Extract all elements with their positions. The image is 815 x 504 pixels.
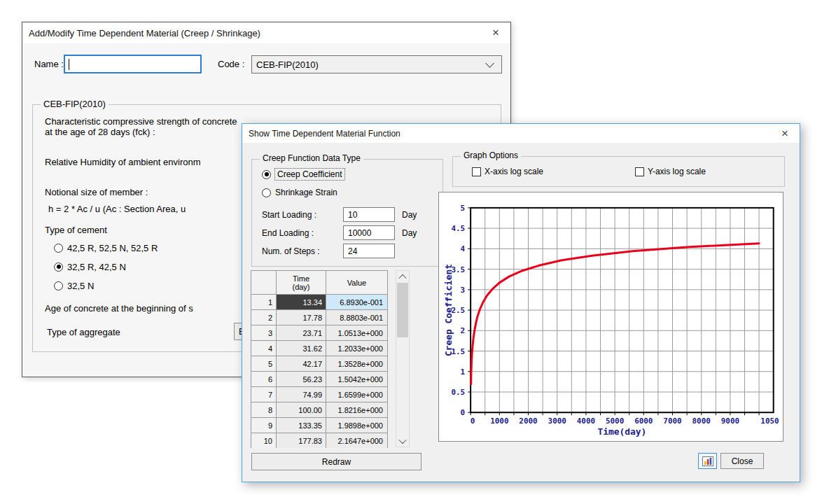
svg-text:5: 5: [461, 204, 466, 213]
creep-type-option[interactable]: Shrinkage Strain: [262, 187, 337, 198]
loading-field-row: Num. of Steps :: [252, 244, 443, 259]
row-index-cell[interactable]: 2: [251, 310, 277, 326]
scroll-up-icon[interactable]: [396, 271, 409, 283]
svg-text:1050: 1050: [760, 416, 779, 426]
field-input[interactable]: [343, 225, 395, 240]
time-cell[interactable]: 100.00: [277, 402, 326, 418]
creep-group-title: Creep Function Data Type: [260, 153, 363, 163]
bg-dialog-titlebar[interactable]: Add/Modify Time Dependent Material (Cree…: [22, 22, 510, 43]
time-cell[interactable]: 177.83: [277, 433, 326, 448]
row-index-cell[interactable]: 3: [251, 326, 277, 341]
value-cell[interactable]: 1.5042e+000: [326, 372, 388, 387]
export-chart-button[interactable]: [698, 453, 717, 469]
scroll-down-icon[interactable]: [396, 435, 409, 447]
notional-formula: h = 2 * Ac / u (Ac : Section Area, u: [48, 204, 186, 214]
chart-panel: 0100020003000400050006000700080009000105…: [438, 192, 783, 442]
time-cell[interactable]: 13.34: [277, 295, 326, 310]
field-unit: Day: [402, 210, 417, 220]
radio-label: 32,5 N: [67, 281, 94, 291]
creep-table: Time (day) Value 113.346.8930e-001217.78…: [251, 270, 410, 448]
creep-type-option[interactable]: Creep Coefficient: [262, 169, 344, 180]
row-index-cell[interactable]: 9: [251, 418, 277, 433]
close-icon[interactable]: ×: [481, 22, 510, 43]
row-index-cell[interactable]: 6: [251, 372, 277, 387]
table-scrollbar[interactable]: [396, 270, 410, 447]
bar-chart-icon: [702, 456, 713, 466]
svg-text:4.5: 4.5: [451, 224, 465, 233]
code-value: CEB-FIP(2010): [252, 59, 487, 70]
row-index-cell[interactable]: 10: [251, 433, 277, 448]
time-cell[interactable]: 23.71: [277, 326, 326, 341]
value-cell[interactable]: 1.8216e+000: [326, 402, 388, 418]
svg-text:9000: 9000: [721, 416, 739, 426]
table-header-value[interactable]: Value: [326, 271, 388, 295]
value-cell[interactable]: 1.0513e+000: [326, 326, 388, 341]
field-label: End Loading :: [262, 228, 314, 238]
humidity-label: Relative Humidity of ambient environm: [45, 157, 201, 167]
table-row: 431.621.2033e+000: [251, 341, 388, 356]
close-icon[interactable]: ×: [770, 124, 800, 143]
cement-option[interactable]: 32,5 R, 42,5 N: [54, 261, 126, 272]
radio-label: 32,5 R, 42,5 N: [67, 262, 126, 272]
svg-text:Creep Coefficient: Creep Coefficient: [443, 264, 454, 356]
table-header-index[interactable]: [251, 271, 277, 295]
value-cell[interactable]: 1.3528e+000: [326, 356, 388, 372]
show-material-function-dialog: Show Time Dependent Material Function × …: [242, 123, 800, 482]
text-caret: [69, 59, 69, 70]
row-index-cell[interactable]: 7: [251, 387, 277, 402]
fck-label-line1: Characteristic compressive strength of c…: [45, 116, 237, 127]
code-select[interactable]: CEB-FIP(2010): [251, 55, 502, 74]
creep-table-grid: Time (day) Value 113.346.8930e-001217.78…: [251, 270, 388, 448]
value-cell[interactable]: 1.2033e+000: [326, 341, 388, 356]
graph-option-checkbox[interactable]: X-axis log scale: [472, 166, 543, 177]
fck-label-line2: at the age of 28 days (fck) :: [45, 127, 155, 137]
row-index-cell[interactable]: 8: [251, 402, 277, 418]
field-input[interactable]: [343, 244, 395, 258]
table-row: 9133.351.9898e+000: [251, 418, 388, 433]
name-input[interactable]: [64, 55, 202, 74]
value-cell[interactable]: 1.6599e+000: [326, 387, 388, 402]
value-cell[interactable]: 8.8803e-001: [326, 310, 388, 326]
time-cell[interactable]: 74.99: [277, 387, 326, 402]
code-label: Code :: [218, 59, 244, 69]
graph-option-checkbox[interactable]: Y-axis log scale: [635, 166, 706, 177]
scrollbar-thumb[interactable]: [397, 283, 408, 337]
value-cell[interactable]: 2.1647e+000: [326, 433, 388, 448]
radio-icon: [262, 188, 271, 197]
fg-dialog-titlebar[interactable]: Show Time Dependent Material Function ×: [242, 124, 800, 143]
value-cell[interactable]: 6.8930e-001: [326, 295, 388, 310]
table-row: 10177.832.1647e+000: [251, 433, 388, 448]
row-index-cell[interactable]: 5: [251, 356, 277, 372]
table-header-time[interactable]: Time (day): [277, 271, 326, 295]
table-row: 8100.001.8216e+000: [251, 402, 388, 418]
table-row: 774.991.6599e+000: [251, 387, 388, 402]
radio-icon: [262, 170, 271, 179]
value-cell[interactable]: 1.9898e+000: [326, 418, 388, 433]
svg-text:2000: 2000: [519, 416, 537, 426]
svg-text:1: 1: [461, 368, 466, 377]
field-input[interactable]: [343, 207, 395, 222]
time-cell[interactable]: 17.78: [277, 310, 326, 326]
cement-option[interactable]: 32,5 N: [54, 280, 94, 291]
graph-options-title: Graph Options: [461, 150, 521, 160]
time-cell[interactable]: 133.35: [277, 418, 326, 433]
row-index-cell[interactable]: 4: [251, 341, 277, 356]
svg-text:0: 0: [471, 416, 475, 426]
creep-table-body: 113.346.8930e-001217.788.8803e-001323.71…: [251, 295, 388, 448]
svg-text:Time(day): Time(day): [597, 426, 646, 437]
table-row: 656.231.5042e+000: [251, 372, 388, 387]
row-index-cell[interactable]: 1: [251, 295, 277, 310]
screen: Add/Modify Time Dependent Material (Cree…: [0, 0, 815, 504]
redraw-button[interactable]: Redraw: [251, 453, 422, 470]
field-unit: Day: [402, 228, 417, 238]
svg-text:8000: 8000: [692, 416, 711, 426]
bg-dialog-title: Add/Modify Time Dependent Material (Cree…: [22, 28, 260, 38]
svg-text:5000: 5000: [606, 416, 624, 426]
cement-option[interactable]: 42,5 R, 52,5 N, 52,5 R: [54, 242, 158, 253]
notional-size-label: Notional size of member :: [45, 187, 148, 197]
time-cell[interactable]: 42.17: [277, 356, 326, 372]
time-cell[interactable]: 56.23: [277, 372, 326, 387]
time-cell[interactable]: 31.62: [277, 341, 326, 356]
close-button[interactable]: Close: [720, 453, 764, 469]
svg-text:6000: 6000: [634, 416, 653, 426]
